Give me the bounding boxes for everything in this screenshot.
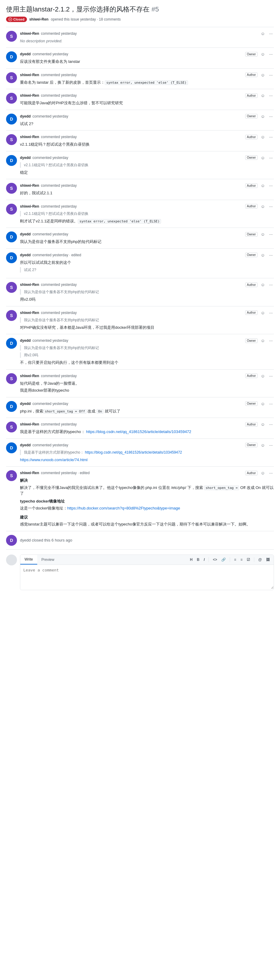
quote-link-18[interactable]: https://blog.csdn.net/qq_41861526/articl… <box>85 450 182 455</box>
commenter-name-19[interactable]: shiwei-Ren <box>20 471 39 475</box>
more-btn-11[interactable]: ··· <box>268 252 274 258</box>
comment-header-9: shiwei-Ren commented yesterday Author ☺ … <box>20 204 274 209</box>
more-btn-4[interactable]: ··· <box>268 93 274 98</box>
more-btn-10[interactable]: ··· <box>268 231 274 237</box>
commenter-name-17[interactable]: shiwei-Ren <box>20 422 39 426</box>
role-badge-16: Owner <box>245 401 258 406</box>
more-btn-5[interactable]: ··· <box>268 114 274 119</box>
comment-body-17: 我是基于这样的方式部署的typecho： https://blog.csdn.n… <box>20 429 274 435</box>
more-btn-14[interactable]: ··· <box>268 338 274 343</box>
comment-block-19: S shiwei-Ren commented yesterday · edite… <box>6 466 274 531</box>
toolbar-code[interactable]: <> <box>211 557 219 562</box>
commenter-name-18[interactable]: dyedd <box>20 443 30 447</box>
comment-content-19: shiwei-Ren commented yesterday · edited … <box>20 470 274 527</box>
emoji-btn-19[interactable]: ☺ <box>259 470 266 476</box>
emoji-btn-10[interactable]: ☺ <box>259 231 266 237</box>
comment-header-left-10: dyedd commented yesterday <box>20 232 68 236</box>
more-btn-17[interactable]: ··· <box>268 422 274 427</box>
toolbar-heading[interactable]: H <box>189 557 194 562</box>
comment-content-4: shiwei-Ren commented yesterday Author ☺ … <box>20 93 274 106</box>
emoji-btn-16[interactable]: ☺ <box>259 401 266 406</box>
comment-action-15: commented yesterday <box>41 374 77 378</box>
more-btn-12[interactable]: ··· <box>268 282 274 287</box>
emoji-btn-1[interactable]: ☺ <box>259 31 266 36</box>
comment-header-left-6: shiwei-Ren commented yesterday <box>20 135 77 139</box>
comment-header-right-2: Owner ☺ ··· <box>245 51 274 57</box>
emoji-btn-18[interactable]: ☺ <box>259 442 266 448</box>
more-btn-16[interactable]: ··· <box>268 401 274 406</box>
comment-block-8: S shiwei-Ren commented yesterday Author … <box>6 179 274 200</box>
commenter-name-8[interactable]: shiwei-Ren <box>20 183 39 188</box>
toolbar-list-unordered[interactable]: ≡ <box>232 557 238 562</box>
second-link-18[interactable]: https://www.runoob.com/article/74.html <box>20 458 88 462</box>
commenter-name-4[interactable]: shiwei-Ren <box>20 93 39 98</box>
comment-action-13: commented yesterday <box>41 311 77 315</box>
commenter-name-13[interactable]: shiwei-Ren <box>20 311 39 315</box>
commenter-name-11[interactable]: dyedd <box>20 253 30 257</box>
comment-header-left-14: dyedd commented yesterday <box>20 339 68 343</box>
commenter-name-7[interactable]: dyedd <box>20 156 30 160</box>
commenter-name-16[interactable]: dyedd <box>20 402 30 406</box>
commenter-name-14[interactable]: dyedd <box>20 339 30 343</box>
more-btn-1[interactable]: ··· <box>268 31 274 36</box>
opener-name[interactable]: shiwei-Ren <box>29 17 48 21</box>
toolbar-italic[interactable]: I <box>202 557 206 562</box>
link-17[interactable]: https://blog.csdn.net/qq_41861526/articl… <box>86 430 191 434</box>
emoji-btn-2[interactable]: ☺ <box>259 51 266 57</box>
more-btn-7[interactable]: ··· <box>268 155 274 161</box>
emoji-btn-7[interactable]: ☺ <box>259 155 266 161</box>
commenter-name-10[interactable]: dyedd <box>20 232 30 236</box>
emoji-btn-5[interactable]: ☺ <box>259 114 266 119</box>
emoji-btn-15[interactable]: ☺ <box>259 373 266 379</box>
emoji-btn-17[interactable]: ☺ <box>259 422 266 427</box>
emoji-btn-13[interactable]: ☺ <box>259 310 266 315</box>
commenter-name-15[interactable]: shiwei-Ren <box>20 374 39 378</box>
role-badge-9: Author <box>245 204 258 208</box>
emoji-btn-12[interactable]: ☺ <box>259 282 266 287</box>
toolbar-checklist[interactable]: ☑ <box>245 557 251 562</box>
comment-textarea[interactable] <box>20 565 274 589</box>
more-btn-13[interactable]: ··· <box>268 310 274 315</box>
more-btn-9[interactable]: ··· <box>268 204 274 209</box>
role-badge-12: Author <box>245 283 258 287</box>
commenter-name-3[interactable]: shiwei-Ren <box>20 73 39 77</box>
commenter-name-2[interactable]: dyedd <box>20 52 30 56</box>
more-btn-3[interactable]: ··· <box>268 72 274 78</box>
emoji-btn-4[interactable]: ☺ <box>259 93 266 98</box>
commenter-name-6[interactable]: shiwei-Ren <box>20 135 39 139</box>
toolbar-list-ordered[interactable]: ≡ <box>239 557 244 562</box>
emoji-btn-6[interactable]: ☺ <box>259 134 266 140</box>
avatar-16: D <box>6 401 17 412</box>
emoji-btn-9[interactable]: ☺ <box>259 204 266 209</box>
commenter-name-5[interactable]: dyedd <box>20 114 30 118</box>
tab-write[interactable]: Write <box>20 555 37 565</box>
suggestion-title: 建议 <box>20 514 274 520</box>
more-btn-18[interactable]: ··· <box>268 442 274 448</box>
opened-text: opened this issue yesterday · 18 comment… <box>51 17 121 21</box>
more-btn-19[interactable]: ··· <box>268 470 274 476</box>
more-btn-8[interactable]: ··· <box>268 183 274 188</box>
toolbar-bold[interactable]: B <box>195 557 201 562</box>
emoji-btn-11[interactable]: ☺ <box>259 252 266 258</box>
comment-header-left-17: shiwei-Ren commented yesterday <box>20 422 77 426</box>
more-btn-2[interactable]: ··· <box>268 51 274 57</box>
comment-content-3: shiwei-Ren commented yesterday Author ☺ … <box>20 72 274 86</box>
toolbar-link[interactable]: 🔗 <box>220 557 227 562</box>
tab-preview[interactable]: Preview <box>37 555 59 565</box>
comments-section: S shiwei-Ren commented yesterday ☺ ··· N… <box>6 27 274 595</box>
emoji-btn-3[interactable]: ☺ <box>259 72 266 78</box>
more-btn-6[interactable]: ··· <box>268 134 274 140</box>
commenter-name-12[interactable]: shiwei-Ren <box>20 283 39 287</box>
comment-header-left-15: shiwei-Ren commented yesterday <box>20 374 77 378</box>
commenter-name-9[interactable]: shiwei-Ren <box>20 204 39 208</box>
toolbar-image[interactable]: 🖼 <box>264 557 271 562</box>
docker-link[interactable]: https://hub.docker.com/search?q=80d8%2Ft… <box>67 506 180 511</box>
emoji-btn-14[interactable]: ☺ <box>259 338 266 343</box>
solution-body-wrapper: 解决了，不懂完全不懂Java的我完全搞试出来了。他这个typecho像像的 ph… <box>20 485 274 496</box>
emoji-btn-8[interactable]: ☺ <box>259 183 266 188</box>
suggestion-body: 感觉lanstar主题可以兼容一下这个问题，或者可以给这个typecho像官方反… <box>20 521 274 527</box>
comment-body-8: 好的，我试试2.1.1 <box>20 190 274 196</box>
more-btn-15[interactable]: ··· <box>268 373 274 379</box>
commenter-name-1[interactable]: shiwei-Ren <box>20 32 39 36</box>
toolbar-mention[interactable]: @ <box>257 557 263 562</box>
